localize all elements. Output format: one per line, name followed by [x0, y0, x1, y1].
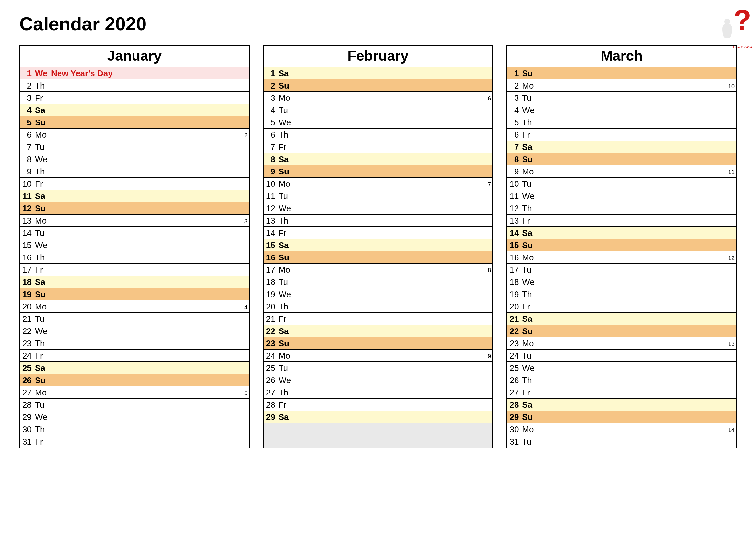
- day-abbr: Su: [521, 327, 537, 335]
- week-number: [484, 190, 492, 194]
- day-row: 7Fr: [264, 141, 493, 153]
- day-abbr: Tu: [277, 278, 293, 286]
- day-row: 19We: [264, 288, 493, 300]
- week-number: [240, 116, 249, 120]
- day-number: 7: [20, 143, 34, 151]
- day-number: 2: [507, 81, 521, 90]
- day-row: 8Sa: [264, 153, 493, 165]
- week-number: [728, 129, 736, 133]
- week-number: [728, 141, 736, 145]
- day-abbr: Mo: [34, 216, 50, 225]
- week-number: [728, 386, 736, 390]
- day-abbr: Su: [34, 376, 50, 384]
- day-abbr: Sa: [521, 315, 537, 323]
- week-number: [484, 153, 492, 157]
- day-abbr: Tu: [521, 266, 537, 274]
- week-number: [484, 80, 492, 83]
- day-abbr: Sa: [34, 106, 50, 114]
- day-abbr: Su: [34, 118, 50, 127]
- day-abbr: Sa: [277, 241, 293, 249]
- day-number: 29: [507, 413, 521, 421]
- day-number: 16: [507, 253, 521, 262]
- week-number: [484, 399, 492, 402]
- day-abbr: Fr: [277, 315, 293, 323]
- day-abbr: Th: [521, 204, 537, 213]
- week-number: 10: [728, 80, 736, 89]
- day-number: 4: [20, 106, 34, 114]
- week-number: [240, 362, 249, 366]
- week-number: 2: [240, 129, 249, 138]
- day-abbr: Fr: [34, 266, 50, 274]
- day-number: 17: [264, 266, 277, 274]
- day-row: 19Su: [20, 288, 249, 300]
- day-abbr: Mo: [521, 425, 537, 434]
- week-number: [728, 362, 736, 366]
- day-abbr: Mo: [34, 388, 50, 397]
- day-abbr: Sa: [521, 229, 537, 237]
- day-row: 18Sa: [20, 276, 249, 288]
- month-table: March1Su2Mo103Tu4We5Th6Fr7Sa8Su9Mo1110Tu…: [506, 45, 737, 448]
- day-abbr: Fr: [34, 180, 50, 188]
- day-row: 21Tu: [20, 313, 249, 325]
- week-number: [240, 264, 249, 267]
- day-number: 18: [507, 278, 521, 286]
- day-abbr: Mo: [521, 253, 537, 262]
- day-row: 18We: [507, 276, 736, 288]
- day-abbr: Mo: [521, 81, 537, 90]
- day-number: 20: [264, 302, 277, 311]
- week-number: 4: [240, 300, 249, 310]
- day-number: 31: [507, 437, 521, 446]
- week-number: [728, 349, 736, 353]
- day-abbr: Mo: [521, 167, 537, 176]
- day-row: 14Fr: [264, 227, 493, 239]
- week-number: 11: [728, 165, 736, 175]
- week-number: [240, 399, 249, 402]
- week-number: [728, 190, 736, 194]
- week-number: [728, 436, 736, 439]
- week-number: [484, 436, 492, 439]
- week-number: [484, 362, 492, 366]
- day-number: 24: [264, 351, 277, 360]
- day-number: 4: [264, 106, 277, 114]
- week-number: 5: [240, 386, 249, 396]
- week-number: [728, 153, 736, 157]
- day-number: 13: [264, 216, 277, 225]
- week-number: [240, 67, 249, 71]
- day-number: 2: [20, 81, 34, 90]
- day-abbr: Fr: [34, 94, 50, 102]
- week-number: [728, 116, 736, 120]
- day-abbr: Su: [277, 167, 293, 176]
- week-number: [240, 80, 249, 83]
- day-abbr: Tu: [34, 315, 50, 323]
- week-number: [728, 411, 736, 415]
- day-abbr: Sa: [521, 143, 537, 151]
- day-number: 12: [264, 204, 277, 213]
- day-number: 25: [20, 364, 34, 372]
- day-row: 31Tu: [507, 436, 736, 448]
- day-number: 3: [20, 94, 34, 102]
- day-abbr: Su: [521, 413, 537, 421]
- day-abbr: Mo: [521, 339, 537, 347]
- day-row: 2Th: [20, 80, 249, 92]
- day-number: 24: [20, 351, 34, 360]
- week-number: [484, 67, 492, 71]
- day-number: 9: [507, 167, 521, 176]
- day-abbr: Mo: [277, 266, 293, 274]
- how-to-wiki-logo: ? How To Wiki: [720, 13, 749, 45]
- week-number: [484, 215, 492, 218]
- day-abbr: Fr: [277, 143, 293, 151]
- week-number: 6: [484, 92, 492, 101]
- week-number: [728, 178, 736, 182]
- day-row: 30Th: [20, 423, 249, 436]
- day-number: 10: [20, 180, 34, 188]
- day-number: 30: [507, 425, 521, 434]
- day-row: 15We: [20, 239, 249, 251]
- day-row: 10Fr: [20, 178, 249, 190]
- day-abbr: Tu: [521, 94, 537, 102]
- day-row: 12We: [264, 202, 493, 215]
- week-number: [728, 239, 736, 243]
- day-abbr: Su: [277, 253, 293, 262]
- day-number: 7: [507, 143, 521, 151]
- day-abbr: Sa: [34, 364, 50, 372]
- day-row: 18Tu: [264, 276, 493, 288]
